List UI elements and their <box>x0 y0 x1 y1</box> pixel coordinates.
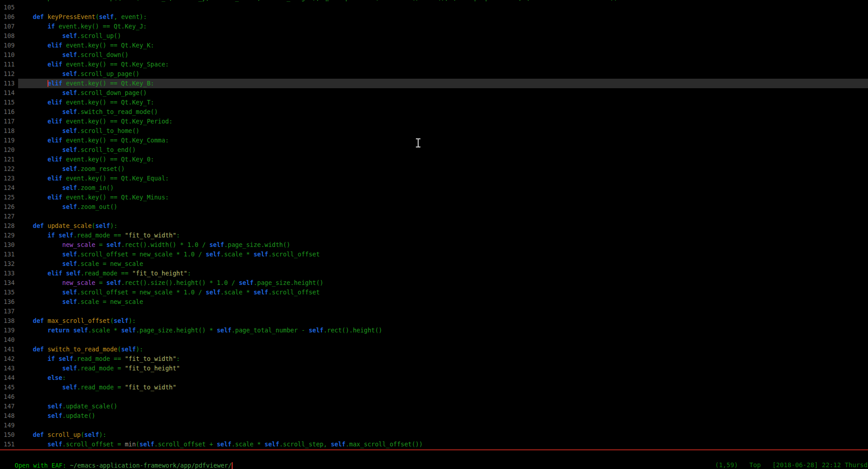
code-text[interactable]: elif event.key() == Qt.Key_Space: <box>18 60 868 69</box>
code-text[interactable]: self.scroll_offset = new_scale * 1.0 / s… <box>18 250 868 259</box>
code-line-129[interactable]: 129 if self.read_mode == "fit_to_width": <box>0 231 868 240</box>
code-line-136[interactable]: 136 self.scale = new_scale <box>0 297 868 307</box>
code-text[interactable]: self.scroll_offset = min(self.scroll_off… <box>18 440 868 449</box>
minibuffer-input[interactable]: ~/emacs-application-framework/app/pdfvie… <box>70 462 232 469</box>
code-text[interactable] <box>18 421 868 430</box>
code-line-116[interactable]: 116 self.switch_to_read_mode() <box>0 107 868 117</box>
code-line-114[interactable]: 114 self.scroll_down_page() <box>0 88 868 98</box>
code-text[interactable]: new_scale = self.rect().size().height() … <box>18 278 868 288</box>
code-text[interactable]: self.switch_to_read_mode() <box>18 107 868 117</box>
code-line-110[interactable]: 110 self.scroll_down() <box>0 50 868 60</box>
code-text[interactable]: elif event.key() == Qt.Key_Minus: <box>18 193 868 202</box>
code-text[interactable]: return self.scale * self.page_size.heigh… <box>18 326 868 335</box>
line-number: 133 <box>0 269 18 278</box>
code-text[interactable]: self.scroll_up() <box>18 31 868 41</box>
code-line-149[interactable]: 149 <box>0 421 868 430</box>
code-line-141[interactable]: 141 def switch_to_read_mode(self): <box>0 345 868 354</box>
code-text[interactable]: self.zoom_reset() <box>18 164 868 174</box>
code-text[interactable] <box>18 335 868 345</box>
code-line-130[interactable]: 130 new_scale = self.rect().width() * 1.… <box>0 240 868 250</box>
code-line-117[interactable]: 117 elif event.key() == Qt.Key_Period: <box>0 117 868 126</box>
code-line-125[interactable]: 125 elif event.key() == Qt.Key_Minus: <box>0 193 868 202</box>
code-text[interactable]: elif event.key() == Qt.Key_T: <box>18 98 868 107</box>
code-line-146[interactable]: 146 <box>0 392 868 402</box>
code-text[interactable]: self.read_mode = "fit_to_height" <box>18 364 868 373</box>
code-text[interactable]: self.scroll_down() <box>18 50 868 60</box>
code-line-128[interactable]: 128 def update_scale(self): <box>0 221 868 231</box>
code-line-107[interactable]: 107 if event.key() == Qt.Key_J: <box>0 22 868 31</box>
code-line-105[interactable]: 105 <box>0 3 868 12</box>
code-text[interactable]: self.scale = new_scale <box>18 259 868 269</box>
code-text[interactable]: new_scale = self.rect().width() * 1.0 / … <box>18 240 868 250</box>
code-line-115[interactable]: 115 elif event.key() == Qt.Key_T: <box>0 98 868 107</box>
code-text[interactable]: self.scale = new_scale <box>18 297 868 307</box>
code-text[interactable]: if self.read_mode == "fit_to_width": <box>18 231 868 240</box>
code-line-139[interactable]: 139 return self.scale * self.page_size.h… <box>0 326 868 335</box>
code-text[interactable]: self.scroll_down_page() <box>18 88 868 98</box>
code-line-126[interactable]: 126 self.zoom_out() <box>0 202 868 212</box>
code-text[interactable]: self.scroll_offset = new_scale * 1.0 / s… <box>18 288 868 297</box>
code-line-147[interactable]: 147 self.update_scale() <box>0 402 868 411</box>
code-line-118[interactable]: 118 self.scroll_to_home() <box>0 126 868 136</box>
code-line-123[interactable]: 123 elif event.key() == Qt.Key_Equal: <box>0 174 868 183</box>
code-line-138[interactable]: 138 def max_scroll_offset(self): <box>0 316 868 326</box>
code-line-124[interactable]: 124 self.zoom_in() <box>0 183 868 193</box>
code-line-111[interactable]: 111 elif event.key() == Qt.Key_Space: <box>0 60 868 69</box>
code-line-145[interactable]: 145 self.read_mode = "fit_to_width" <box>0 383 868 392</box>
code-text[interactable]: def scroll_up(self): <box>18 430 868 440</box>
code-text[interactable]: self.zoom_in() <box>18 183 868 193</box>
code-line-109[interactable]: 109 elif event.key() == Qt.Key_K: <box>0 41 868 50</box>
code-line-121[interactable]: 121 elif event.key() == Qt.Key_0: <box>0 155 868 164</box>
code-text[interactable]: if self.read_mode == "fit_to_width": <box>18 354 868 364</box>
code-line-120[interactable]: 120 self.scroll_to_end() <box>0 145 868 155</box>
code-text[interactable]: elif event.key() == Qt.Key_Comma: <box>18 136 868 145</box>
code-text[interactable]: elif event.key() == Qt.Key_B: <box>18 79 868 88</box>
code-text[interactable]: def keyPressEvent(self, event): <box>18 12 868 22</box>
code-line-134[interactable]: 134 new_scale = self.rect().size().heigh… <box>0 278 868 288</box>
code-text[interactable]: elif event.key() == Qt.Key_Equal: <box>18 174 868 183</box>
code-text[interactable]: elif self.read_mode == "fit_to_height": <box>18 269 868 278</box>
code-text[interactable]: def max_scroll_offset(self): <box>18 316 868 326</box>
code-line-143[interactable]: 143 self.read_mode = "fit_to_height" <box>0 364 868 373</box>
minibuffer[interactable]: Open with EAF: ~/emacs-application-frame… <box>0 451 233 461</box>
code-line-142[interactable]: 142 if self.read_mode == "fit_to_width": <box>0 354 868 364</box>
code-text[interactable]: else: <box>18 373 868 383</box>
code-line-150[interactable]: 150 def scroll_up(self): <box>0 430 868 440</box>
code-line-108[interactable]: 108 self.scroll_up() <box>0 31 868 41</box>
code-line-112[interactable]: 112 self.scroll_up_page() <box>0 69 868 79</box>
code-text[interactable] <box>18 3 868 12</box>
code-text[interactable]: self.scroll_to_end() <box>18 145 868 155</box>
code-line-119[interactable]: 119 elif event.key() == Qt.Key_Comma: <box>0 136 868 145</box>
code-text[interactable]: self.zoom_out() <box>18 202 868 212</box>
code-text[interactable]: def update_scale(self): <box>18 221 868 231</box>
code-text[interactable]: elif event.key() == Qt.Key_Period: <box>18 117 868 126</box>
code-text[interactable] <box>18 392 868 402</box>
code-text[interactable]: self.scroll_to_home() <box>18 126 868 136</box>
code-line-132[interactable]: 132 self.scale = new_scale <box>0 259 868 269</box>
line-number: 134 <box>0 278 18 288</box>
code-line-151[interactable]: 151 self.scroll_offset = min(self.scroll… <box>0 440 868 449</box>
line-number: 148 <box>0 411 18 421</box>
code-text[interactable]: def switch_to_read_mode(self): <box>18 345 868 354</box>
code-text[interactable] <box>18 307 868 316</box>
code-line-133[interactable]: 133 elif self.read_mode == "fit_to_heigh… <box>0 269 868 278</box>
code-text[interactable]: self.read_mode = "fit_to_width" <box>18 383 868 392</box>
code-line-137[interactable]: 137 <box>0 307 868 316</box>
code-line-131[interactable]: 131 self.scroll_offset = new_scale * 1.0… <box>0 250 868 259</box>
code-text[interactable]: elif event.key() == Qt.Key_K: <box>18 41 868 50</box>
code-text[interactable]: self.update() <box>18 411 868 421</box>
code-line-122[interactable]: 122 self.zoom_reset() <box>0 164 868 174</box>
code-line-106[interactable]: 106 def keyPressEvent(self, event): <box>0 12 868 22</box>
code-text[interactable] <box>18 212 868 221</box>
code-line-144[interactable]: 144 else: <box>0 373 868 383</box>
code-line-127[interactable]: 127 <box>0 212 868 221</box>
code-line-135[interactable]: 135 self.scroll_offset = new_scale * 1.0… <box>0 288 868 297</box>
code-text[interactable]: self.update_scale() <box>18 402 868 411</box>
code-line-140[interactable]: 140 <box>0 335 868 345</box>
code-line-113[interactable]: 113 elif event.key() == Qt.Key_B: <box>0 79 868 88</box>
code-buffer[interactable]: 104 painter.drawPixmap(QRect(render_x, r… <box>0 0 868 449</box>
code-text[interactable]: if event.key() == Qt.Key_J: <box>18 22 868 31</box>
code-text[interactable]: self.scroll_up_page() <box>18 69 868 79</box>
code-line-148[interactable]: 148 self.update() <box>0 411 868 421</box>
code-text[interactable]: elif event.key() == Qt.Key_0: <box>18 155 868 164</box>
